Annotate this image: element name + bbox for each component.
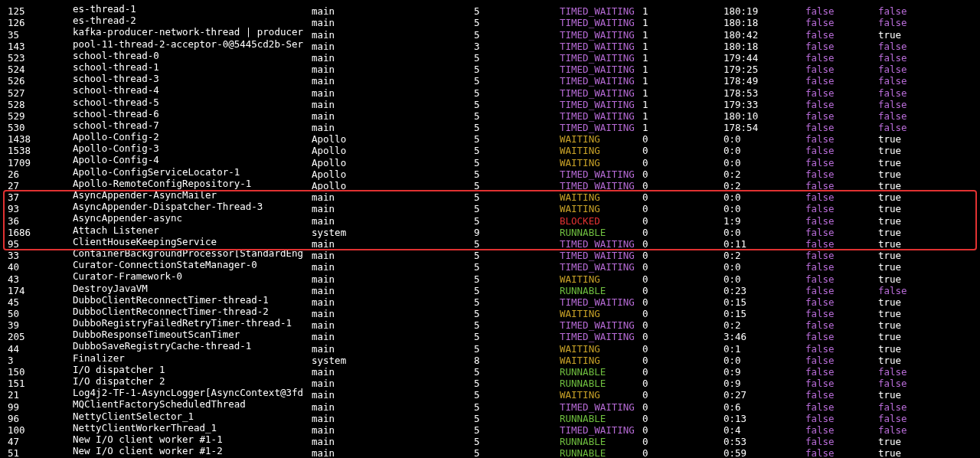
thread-row[interactable]: 37AsyncAppender-AsyncMailermain5WAITING0… bbox=[0, 189, 980, 201]
cell-name: DubboClientReconnectTimer-thread-2 bbox=[73, 306, 312, 317]
thread-row[interactable]: 1538Apollo-Config-3Apollo5WAITING00:0fal… bbox=[0, 142, 980, 154]
thread-row[interactable]: 524school-thread-1main5TIMED_WAITING1179… bbox=[0, 61, 980, 73]
thread-row[interactable]: 33ContainerBackgroundProcessor[StandardE… bbox=[0, 247, 980, 259]
thread-row[interactable]: 40Curator-ConnectionStateManager-0main5T… bbox=[0, 259, 980, 270]
cell-name: NettyClientWorkerThread_1 bbox=[73, 422, 312, 433]
thread-row[interactable]: 3Finalizersystem8WAITING00:0falsetrue bbox=[0, 352, 980, 364]
thread-row[interactable]: 45DubboClientReconnectTimer-thread-1main… bbox=[0, 294, 980, 306]
cell-cpu: 0 bbox=[642, 447, 724, 458]
cell-state: RUNNABLE bbox=[560, 447, 642, 458]
cell-name: es-thread-1 bbox=[73, 3, 312, 15]
thread-row[interactable]: 125es-thread-1main5TIMED_WAITING1180:19f… bbox=[0, 3, 980, 15]
cell-name: New I/O client worker #1-1 bbox=[73, 433, 312, 445]
cell-name: school-thread-3 bbox=[73, 73, 312, 84]
thread-row[interactable]: 27Apollo-RemoteConfigRepository-1Apollo5… bbox=[0, 178, 980, 189]
thread-row[interactable]: 51New I/O client worker #1-2main5RUNNABL… bbox=[0, 445, 980, 456]
thread-row[interactable]: 126es-thread-2main5TIMED_WAITING1180:18f… bbox=[0, 15, 980, 26]
thread-table: 125es-thread-1main5TIMED_WAITING1180:19f… bbox=[0, 3, 980, 456]
cell-name: school-thread-4 bbox=[73, 84, 312, 96]
thread-row[interactable]: 43Curator-Framework-0main5WAITING00:0fal… bbox=[0, 270, 980, 282]
cell-daemon: true bbox=[878, 447, 901, 458]
cell-name: Curator-Framework-0 bbox=[73, 270, 312, 282]
cell-name: AsyncAppender-async bbox=[73, 212, 312, 224]
thread-row[interactable]: 21Log4j2-TF-1-AsyncLogger[AsyncContext@3… bbox=[0, 387, 980, 398]
cell-name: school-thread-7 bbox=[73, 119, 312, 131]
cell-name: school-thread-5 bbox=[73, 97, 312, 108]
thread-row[interactable]: 205DubboResponseTimeoutScanTimermain5TIM… bbox=[0, 329, 980, 340]
thread-row[interactable]: 1686Attach Listenersystem9RUNNABLE00:0fa… bbox=[0, 224, 980, 236]
cell-id: 51 bbox=[0, 447, 73, 458]
cell-name: school-thread-0 bbox=[73, 50, 312, 61]
thread-row[interactable]: 174DestroyJavaVMmain5RUNNABLE00:23falsef… bbox=[0, 283, 980, 294]
cell-name: Apollo-Config-4 bbox=[73, 154, 312, 165]
cell-name: MQClientFactoryScheduledThread bbox=[73, 398, 312, 410]
cell-name: AsyncAppender-AsyncMailer bbox=[73, 189, 312, 201]
thread-row[interactable]: 1709Apollo-Config-4Apollo5WAITING00:0fal… bbox=[0, 154, 980, 165]
thread-row[interactable]: 93AsyncAppender-Dispatcher-Thread-3main5… bbox=[0, 201, 980, 212]
thread-row[interactable]: 99MQClientFactoryScheduledThreadmain5TIM… bbox=[0, 398, 980, 410]
thread-row[interactable]: 529school-thread-6main5TIMED_WAITING1180… bbox=[0, 108, 980, 119]
thread-row[interactable]: 143pool-11-thread-2-acceptor-0@5445cd2b-… bbox=[0, 38, 980, 50]
thread-row[interactable]: 50DubboClientReconnectTimer-thread-2main… bbox=[0, 306, 980, 317]
thread-row[interactable]: 39DubboRegistryFailedRetryTimer-thread-1… bbox=[0, 317, 980, 329]
cell-name: school-thread-1 bbox=[73, 61, 312, 73]
thread-row[interactable]: 530school-thread-7main5TIMED_WAITING1178… bbox=[0, 119, 980, 131]
cell-prio: 5 bbox=[474, 447, 560, 458]
cell-name: NettyClientSelector_1 bbox=[73, 411, 312, 422]
thread-row[interactable]: 44DubboSaveRegistryCache-thread-1main5WA… bbox=[0, 340, 980, 352]
cell-name: Finalizer bbox=[73, 352, 312, 364]
cell-name: AsyncAppender-Dispatcher-Thread-3 bbox=[73, 201, 312, 212]
thread-row[interactable]: 526school-thread-3main5TIMED_WAITING1178… bbox=[0, 73, 980, 84]
cell-group: main bbox=[312, 447, 474, 458]
cell-name: DubboRegistryFailedRetryTimer-thread-1 bbox=[73, 317, 312, 329]
thread-row[interactable]: 95ClientHouseKeepingServicemain5TIMED_WA… bbox=[0, 236, 980, 247]
cell-name: ContainerBackgroundProcessor[StandardEng bbox=[73, 247, 312, 259]
thread-row[interactable]: 26Apollo-ConfigServiceLocator-1Apollo5TI… bbox=[0, 166, 980, 178]
cell-name: DubboClientReconnectTimer-thread-1 bbox=[73, 294, 312, 306]
cell-name: Apollo-Config-2 bbox=[73, 131, 312, 142]
thread-row[interactable]: 527school-thread-4main5TIMED_WAITING1178… bbox=[0, 84, 980, 96]
cell-name: Apollo-RemoteConfigRepository-1 bbox=[73, 178, 312, 189]
thread-row[interactable]: 100NettyClientWorkerThread_1main5TIMED_W… bbox=[0, 422, 980, 433]
cell-name: es-thread-2 bbox=[73, 15, 312, 26]
cell-name: DestroyJavaVM bbox=[73, 283, 312, 294]
cell-name: DubboSaveRegistryCache-thread-1 bbox=[73, 340, 312, 352]
cell-name: kafka-producer-network-thread | producer bbox=[73, 26, 312, 38]
cell-name: ClientHouseKeepingService bbox=[73, 236, 312, 247]
cell-name: I/O dispatcher 2 bbox=[73, 375, 312, 387]
thread-row[interactable]: 35kafka-producer-network-thread | produc… bbox=[0, 26, 980, 38]
thread-row[interactable]: 47New I/O client worker #1-1main5RUNNABL… bbox=[0, 433, 980, 445]
thread-row[interactable]: 96NettyClientSelector_1main5RUNNABLE00:1… bbox=[0, 411, 980, 422]
cell-name: I/O dispatcher 1 bbox=[73, 364, 312, 375]
cell-name: Attach Listener bbox=[73, 224, 312, 236]
cell-name: Curator-ConnectionStateManager-0 bbox=[73, 259, 312, 270]
cell-name: Apollo-ConfigServiceLocator-1 bbox=[73, 166, 312, 178]
cell-intr: false bbox=[805, 447, 878, 458]
thread-row[interactable]: 523school-thread-0main5TIMED_WAITING1179… bbox=[0, 50, 980, 61]
cell-name: Apollo-Config-3 bbox=[73, 142, 312, 154]
thread-row[interactable]: 150I/O dispatcher 1main5RUNNABLE00:9fals… bbox=[0, 364, 980, 375]
thread-row[interactable]: 1438Apollo-Config-2Apollo5WAITING00:0fal… bbox=[0, 131, 980, 142]
thread-row[interactable]: 36AsyncAppender-asyncmain5BLOCKED01:9fal… bbox=[0, 212, 980, 224]
cell-name: DubboResponseTimeoutScanTimer bbox=[73, 329, 312, 340]
cell-name: Log4j2-TF-1-AsyncLogger[AsyncContext@3fd bbox=[73, 387, 312, 398]
cell-name: school-thread-6 bbox=[73, 108, 312, 119]
cell-name: pool-11-thread-2-acceptor-0@5445cd2b-Ser bbox=[73, 38, 312, 50]
cell-time: 0:59 bbox=[724, 447, 805, 458]
cell-name: New I/O client worker #1-2 bbox=[73, 445, 312, 456]
thread-row[interactable]: 151I/O dispatcher 2main5RUNNABLE00:9fals… bbox=[0, 375, 980, 387]
thread-row[interactable]: 528school-thread-5main5TIMED_WAITING1179… bbox=[0, 97, 980, 108]
